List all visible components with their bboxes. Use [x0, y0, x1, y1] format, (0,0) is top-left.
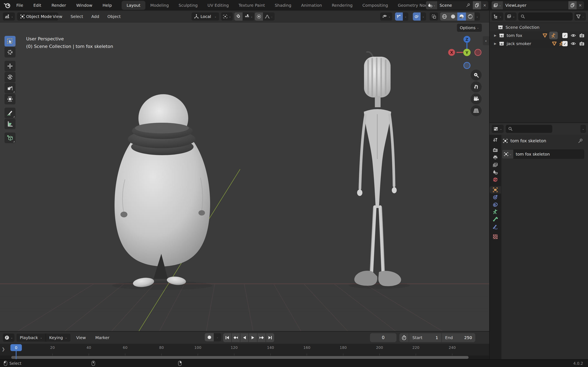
perspective-toggle-button[interactable]: [471, 105, 482, 116]
playhead-line[interactable]: [16, 351, 17, 356]
tab-shading[interactable]: Shading: [270, 1, 296, 10]
tab-texture[interactable]: [490, 233, 501, 240]
editor-divider-timeline[interactable]: [0, 331, 489, 332]
overlays-dropdown[interactable]: ⌄: [421, 12, 426, 21]
tab-animation[interactable]: Animation: [296, 1, 327, 10]
playhead[interactable]: 0: [10, 344, 22, 351]
menu-help[interactable]: Help: [99, 3, 116, 8]
armature-active-icon[interactable]: [549, 32, 558, 39]
viewport-menu-object[interactable]: Object: [104, 14, 124, 19]
tab-layout[interactable]: Layout: [122, 1, 145, 10]
prev-keyframe-button[interactable]: [232, 333, 240, 342]
scene-icon[interactable]: ⌄: [426, 1, 437, 9]
properties-options-dropdown[interactable]: ⌄: [580, 125, 586, 133]
editor-divider-vertical[interactable]: [489, 11, 490, 359]
snap-mode-icon[interactable]: ⌄: [242, 12, 254, 21]
timeline-expand-toggle[interactable]: ❯: [2, 347, 5, 351]
gizmos-dropdown[interactable]: ⌄: [403, 12, 408, 21]
pan-button[interactable]: [471, 81, 482, 92]
pin-icon[interactable]: [578, 138, 583, 143]
tool-annotate[interactable]: [4, 108, 16, 118]
tab-uv-editing[interactable]: UV Editing: [203, 1, 233, 10]
use-preview-range-toggle[interactable]: [399, 333, 409, 342]
tab-rendering[interactable]: Rendering: [327, 1, 357, 10]
tab-texture-paint[interactable]: Texture Paint: [234, 1, 270, 10]
shading-rendered-button[interactable]: [466, 12, 475, 21]
expand-icon[interactable]: ▶: [494, 42, 497, 45]
disable-render-icon[interactable]: [579, 33, 585, 38]
menu-window[interactable]: Window: [72, 3, 96, 8]
jump-to-end-button[interactable]: [266, 333, 274, 342]
shading-wireframe-button[interactable]: [440, 12, 449, 21]
viewport[interactable]: User Perspective (0) Scene Collection | …: [0, 22, 489, 332]
viewlayer-icon[interactable]: ⌄: [492, 1, 503, 9]
outliner-filter-mode[interactable]: ⌄: [505, 12, 517, 21]
zoom-button[interactable]: [471, 69, 482, 81]
proportional-edit-toggle[interactable]: [255, 12, 263, 21]
tab-bone[interactable]: [490, 216, 501, 223]
unlink-scene-button[interactable]: ✕: [481, 1, 488, 9]
play-button[interactable]: [249, 333, 257, 342]
collection-name[interactable]: tom fox: [507, 33, 522, 38]
outliner-row-jack-smoker[interactable]: ▶ jack smoker ✓: [490, 40, 588, 48]
expand-icon[interactable]: ▶: [494, 34, 497, 37]
new-scene-button[interactable]: [473, 1, 481, 9]
timeline-menu-marker[interactable]: Marker: [92, 335, 113, 340]
shading-solid-button[interactable]: [449, 12, 457, 21]
tab-bone-constraints[interactable]: [490, 223, 501, 230]
viewport-menu-view[interactable]: View: [49, 14, 66, 19]
current-frame-field[interactable]: 0: [370, 333, 397, 342]
tool-measure[interactable]: [4, 119, 16, 129]
scene-collection-label[interactable]: Scene Collection: [506, 25, 539, 30]
tool-rotate[interactable]: [4, 72, 16, 82]
tab-tool[interactable]: [490, 136, 501, 144]
new-viewlayer-button[interactable]: [568, 1, 577, 9]
shading-dropdown[interactable]: ⌄: [475, 12, 480, 21]
editor-divider-outliner-props[interactable]: [490, 123, 588, 123]
outliner-filter-button[interactable]: ⌄: [574, 12, 586, 21]
blender-logo-icon[interactable]: [4, 2, 11, 8]
tab-modeling[interactable]: Modeling: [145, 1, 174, 10]
tool-scale[interactable]: [4, 83, 16, 93]
menu-edit[interactable]: Edit: [30, 3, 45, 8]
proportional-falloff-icon[interactable]: ⌄: [263, 12, 275, 21]
viewlayer-name[interactable]: ViewLayer: [505, 3, 566, 8]
end-frame-field[interactable]: End 250: [442, 333, 475, 342]
tab-physics[interactable]: [490, 201, 501, 208]
play-reverse-button[interactable]: [240, 333, 249, 342]
start-frame-field[interactable]: Start 1: [409, 333, 441, 342]
tab-scene[interactable]: [490, 169, 501, 176]
tab-sculpting[interactable]: Sculpting: [174, 1, 203, 10]
keying-dropdown[interactable]: ⌄: [214, 333, 221, 341]
timeline-menu-view[interactable]: View: [72, 335, 89, 340]
tool-transform[interactable]: [4, 94, 16, 104]
outliner-search[interactable]: [518, 12, 573, 21]
scene-name[interactable]: Scene: [440, 3, 464, 8]
tool-cursor[interactable]: [4, 47, 16, 58]
gizmos-toggle[interactable]: [395, 12, 403, 21]
snap-toggle[interactable]: [234, 12, 242, 21]
disable-render-icon[interactable]: [579, 41, 585, 46]
timeline-scrollbar[interactable]: [0, 356, 489, 359]
tool-move[interactable]: [4, 61, 16, 71]
auto-keying-toggle[interactable]: [205, 333, 214, 341]
tab-world[interactable]: [490, 176, 501, 183]
tab-output[interactable]: [490, 154, 501, 161]
outliner-display-mode[interactable]: ⌄: [492, 12, 503, 21]
collection-name[interactable]: jack smoker: [507, 41, 531, 46]
timeline-ruler[interactable]: ❯ 20 40 60 80 100 120 140 160 180 200 22…: [0, 344, 489, 356]
navigation-gizmo[interactable]: Z X Y: [447, 35, 486, 120]
outliner-row-scene-collection[interactable]: Scene Collection: [490, 23, 588, 31]
object-name-value[interactable]: tom fox skeleton: [516, 152, 550, 157]
object-name-field[interactable]: ⌄ tom fox skeleton: [502, 150, 584, 159]
breadcrumb-object-name[interactable]: tom fox skeleton: [510, 138, 546, 143]
jump-to-start-button[interactable]: [223, 333, 231, 342]
properties-search[interactable]: [506, 125, 552, 133]
keying-menu[interactable]: Keying⌄: [46, 334, 70, 342]
shading-material-button[interactable]: [457, 12, 466, 21]
next-keyframe-button[interactable]: [258, 333, 266, 342]
menu-render[interactable]: Render: [48, 3, 70, 8]
properties-editor-type[interactable]: ⌄: [492, 125, 504, 133]
playback-menu[interactable]: Playback⌄: [17, 334, 45, 342]
tab-render[interactable]: [490, 147, 501, 154]
